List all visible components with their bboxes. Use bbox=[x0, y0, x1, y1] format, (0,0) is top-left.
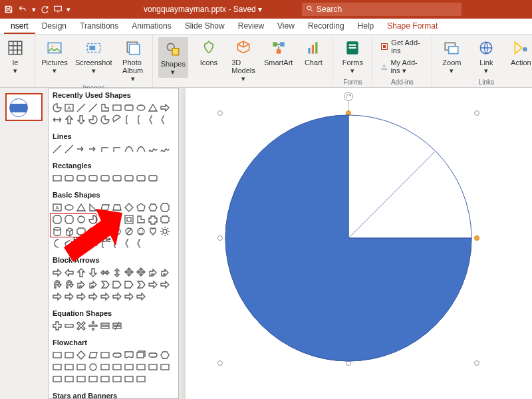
shape-lshape[interactable] bbox=[136, 214, 146, 225]
shape-oval[interactable] bbox=[64, 202, 74, 213]
rotate-handle[interactable] bbox=[344, 92, 353, 101]
shape-flowproc[interactable] bbox=[100, 374, 110, 384]
shape-elbow[interactable] bbox=[100, 144, 110, 154]
shape-curve[interactable] bbox=[124, 144, 134, 154]
shape-pentR[interactable] bbox=[124, 279, 134, 290]
shape-hex[interactable] bbox=[148, 202, 158, 213]
shape-plaque[interactable] bbox=[88, 226, 98, 237]
shape-flowproc[interactable] bbox=[124, 362, 134, 372]
shape-circle[interactable] bbox=[88, 362, 98, 372]
shape-arrowLR[interactable] bbox=[100, 267, 110, 278]
shape-arrowR[interactable] bbox=[136, 291, 146, 302]
shape-arrow4[interactable] bbox=[136, 267, 146, 278]
shape-flowdoc[interactable] bbox=[124, 350, 134, 360]
shape-neq[interactable] bbox=[112, 321, 122, 331]
my-addins-button[interactable]: My Add-ins ▾ bbox=[378, 57, 426, 76]
shape-pie[interactable] bbox=[88, 214, 98, 225]
shape-flowdec[interactable] bbox=[76, 350, 86, 360]
shape-flowproc[interactable] bbox=[100, 362, 110, 372]
shape-arrowD[interactable] bbox=[76, 114, 86, 125]
shape-partial[interactable] bbox=[52, 102, 63, 113]
tab-design[interactable]: Design bbox=[35, 19, 73, 34]
shape-sun[interactable] bbox=[160, 226, 170, 237]
shape-flowmulti[interactable] bbox=[136, 350, 146, 360]
shape-bent[interactable] bbox=[88, 279, 98, 290]
shape-elbow[interactable] bbox=[112, 144, 122, 154]
shape-trap[interactable] bbox=[112, 202, 122, 213]
start-slideshow-icon[interactable] bbox=[53, 5, 63, 14]
photo-album-button[interactable]: Photo Album▾ bbox=[119, 37, 147, 83]
shape-para[interactable] bbox=[100, 202, 110, 213]
redo-icon[interactable] bbox=[40, 5, 49, 14]
shape-div[interactable] bbox=[88, 321, 98, 331]
shape-can[interactable] bbox=[52, 226, 63, 237]
shape-smile[interactable] bbox=[136, 226, 146, 237]
slide-canvas[interactable] bbox=[179, 88, 532, 399]
shape-arrowR[interactable] bbox=[76, 291, 86, 302]
icons-button[interactable]: Icons bbox=[195, 37, 223, 66]
shape-flowdata[interactable] bbox=[88, 350, 98, 360]
shape-plaque[interactable] bbox=[160, 214, 170, 225]
tab-review[interactable]: Review bbox=[231, 19, 271, 34]
shapes-dropdown[interactable]: Recently Used Shapes A Lines Rectangles … bbox=[48, 88, 179, 399]
shapes-button[interactable]: Shapes▾ bbox=[158, 37, 188, 78]
shape-arrowR[interactable] bbox=[160, 279, 170, 290]
shape-flowterm[interactable] bbox=[148, 350, 158, 360]
shape-line[interactable] bbox=[76, 102, 86, 113]
shape-arrowR[interactable] bbox=[52, 267, 63, 278]
shape-brace[interactable] bbox=[160, 114, 170, 125]
shape-curve[interactable] bbox=[136, 144, 146, 154]
shape-moon[interactable] bbox=[52, 238, 63, 249]
shape-flowproc[interactable] bbox=[64, 350, 74, 360]
shape-partial[interactable] bbox=[100, 214, 110, 225]
tab-slideshow[interactable]: Slide Show bbox=[178, 19, 231, 34]
shape-line[interactable] bbox=[88, 102, 98, 113]
shape-heart[interactable] bbox=[148, 226, 158, 237]
shape-arrowR[interactable] bbox=[112, 291, 122, 302]
slide-thumb-1[interactable] bbox=[5, 93, 43, 121]
shape-arrowD[interactable] bbox=[88, 267, 98, 278]
shape-chevR[interactable] bbox=[136, 279, 146, 290]
shape-free[interactable] bbox=[148, 144, 158, 154]
tab-recording[interactable]: Recording bbox=[301, 19, 351, 34]
tab-help[interactable]: Help bbox=[351, 19, 381, 34]
shape-flowproc[interactable] bbox=[124, 374, 134, 384]
shape-chevR[interactable] bbox=[100, 279, 110, 290]
shape-flowproc[interactable] bbox=[64, 362, 74, 372]
shape-rect[interactable] bbox=[52, 173, 63, 184]
shape-brace[interactable] bbox=[148, 114, 158, 125]
chart-button[interactable]: Chart bbox=[299, 37, 327, 66]
tab-transitions[interactable]: Transitions bbox=[73, 19, 125, 34]
shape-arrowUD[interactable] bbox=[112, 267, 122, 278]
shape-frame[interactable] bbox=[100, 226, 110, 237]
shape-brace[interactable] bbox=[124, 238, 134, 249]
shape-rtri[interactable] bbox=[88, 202, 98, 213]
shape-textbox[interactable]: A bbox=[64, 102, 74, 113]
shape-rect[interactable] bbox=[112, 102, 122, 113]
shape-arrow4[interactable] bbox=[124, 267, 134, 278]
shape-bent[interactable] bbox=[76, 279, 86, 290]
search-box[interactable]: Search bbox=[302, 3, 462, 16]
shape-flowproc[interactable] bbox=[112, 362, 122, 372]
shape-bracket[interactable] bbox=[136, 114, 146, 125]
shape-pentR[interactable] bbox=[112, 279, 122, 290]
shape-plus[interactable] bbox=[52, 321, 63, 331]
shape-arrow[interactable] bbox=[76, 144, 86, 154]
zoom-button[interactable]: Zoom▾ bbox=[438, 37, 466, 75]
shape-plaque[interactable] bbox=[76, 226, 86, 237]
undo-icon[interactable] bbox=[17, 5, 28, 14]
table-button[interactable]: le▾ bbox=[1, 37, 29, 75]
shape-oct[interactable] bbox=[52, 214, 63, 225]
shape-flowproc[interactable] bbox=[52, 362, 63, 372]
link-button[interactable]: Link▾ bbox=[472, 37, 500, 75]
partial-circle-shape[interactable] bbox=[220, 113, 477, 363]
smartart-button[interactable]: SmartArt bbox=[264, 37, 293, 66]
shape-mult[interactable] bbox=[76, 321, 86, 331]
shape-tri[interactable] bbox=[148, 102, 158, 113]
shape-rrect[interactable] bbox=[100, 173, 110, 184]
shape-line[interactable] bbox=[64, 144, 74, 154]
qat-more-icon[interactable]: ▾ bbox=[66, 5, 70, 14]
shape-chord[interactable] bbox=[112, 214, 122, 225]
shape-rrect[interactable] bbox=[112, 173, 122, 184]
3d-models-button[interactable]: 3D Models▾ bbox=[229, 37, 257, 83]
